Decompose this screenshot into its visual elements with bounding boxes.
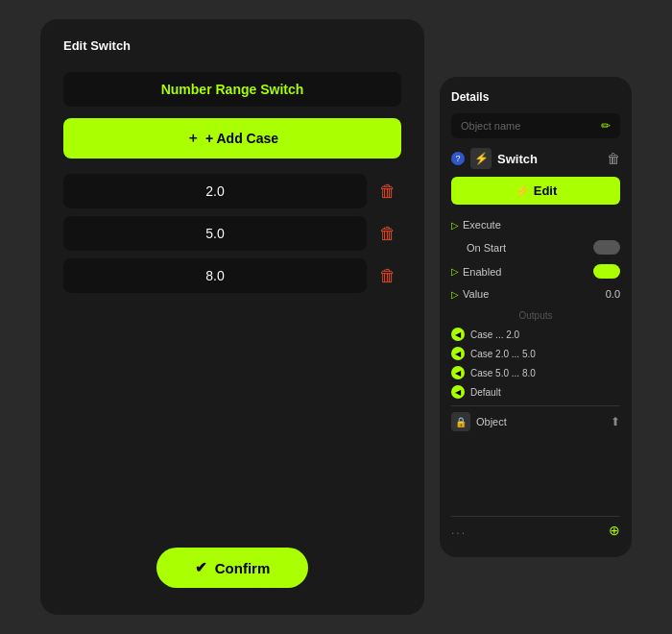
on-start-row: On Start — [451, 235, 620, 259]
output-label-3: Case 5.0 ... 8.0 — [470, 368, 536, 378]
output-arrow-icon-3: ◀ — [451, 366, 465, 379]
confirm-button[interactable]: ✔ Confirm — [156, 548, 309, 588]
table-row: 🗑 — [63, 258, 401, 293]
edit-label: Edit — [534, 183, 558, 198]
delete-case-1-button[interactable]: 🗑 — [374, 178, 401, 205]
edit-button[interactable]: ⚡ Edit — [451, 177, 620, 205]
export-icon[interactable]: ⬆ — [611, 415, 620, 428]
value-label: Value — [463, 288, 602, 300]
switch-name-display: Number Range Switch — [63, 72, 401, 107]
enabled-label: Enabled — [463, 266, 589, 278]
checkmark-icon: ✔ — [195, 559, 207, 576]
edit-bolt-icon: ⚡ — [515, 183, 530, 198]
output-arrow-icon-2: ◀ — [451, 347, 465, 360]
output-label-1: Case ... 2.0 — [470, 329, 519, 340]
execute-arrow-icon: ▷ — [451, 220, 459, 231]
crosshair-icon[interactable]: ⊕ — [609, 523, 620, 538]
value-display: 0.0 — [606, 288, 620, 300]
value-row: ▷ Value 0.0 — [451, 283, 620, 305]
object-name-row[interactable]: Object name ✏ — [451, 113, 620, 138]
on-start-label: On Start — [451, 242, 589, 254]
output-arrow-icon-1: ◀ — [451, 328, 465, 341]
case-input-2[interactable] — [63, 216, 367, 251]
object-row: 🔒 Object ⬆ — [451, 405, 620, 437]
add-case-label: + Add Case — [205, 131, 278, 146]
cases-list: 🗑 🗑 🗑 — [63, 174, 401, 293]
object-label: Object — [476, 416, 605, 427]
plus-icon: ＋ — [186, 130, 200, 147]
object-name-placeholder: Object name — [461, 120, 520, 132]
delete-case-2-button[interactable]: 🗑 — [374, 220, 401, 247]
enabled-toggle[interactable] — [593, 264, 620, 279]
value-arrow-icon: ▷ — [451, 289, 459, 300]
details-panel: Details Object name ✏ ? ⚡ Switch 🗑 ⚡ Edi… — [440, 77, 632, 557]
edit-switch-panel: Edit Switch Number Range Switch ＋ + Add … — [40, 19, 424, 615]
add-case-button[interactable]: ＋ + Add Case — [63, 118, 401, 158]
table-row: 🗑 — [63, 216, 401, 251]
output-row-default: ◀ Default — [451, 382, 620, 402]
switch-node-icon: ⚡ — [470, 148, 492, 169]
outputs-label: Outputs — [451, 310, 620, 321]
output-label-default: Default — [470, 387, 501, 398]
output-row-3: ◀ Case 5.0 ... 8.0 — [451, 363, 620, 382]
trash-icon[interactable]: 🗑 — [607, 151, 620, 166]
enabled-row: ▷ Enabled — [451, 259, 620, 283]
output-arrow-icon-default: ◀ — [451, 385, 465, 399]
help-badge: ? — [451, 152, 465, 165]
table-row: 🗑 — [63, 174, 401, 208]
case-input-3[interactable] — [63, 258, 367, 293]
on-start-toggle[interactable] — [593, 240, 620, 255]
output-row-2: ◀ Case 2.0 ... 5.0 — [451, 344, 620, 363]
enabled-arrow-icon: ▷ — [451, 266, 459, 277]
more-dots[interactable]: ... — [451, 524, 467, 537]
details-title: Details — [451, 90, 620, 104]
delete-case-3-button[interactable]: 🗑 — [374, 262, 401, 289]
execute-label: Execute — [463, 219, 620, 231]
switch-label: Switch — [497, 152, 601, 166]
switch-title-row: ? ⚡ Switch 🗑 — [451, 148, 620, 169]
object-icon: 🔒 — [451, 412, 470, 431]
edit-pencil-icon[interactable]: ✏ — [601, 119, 611, 133]
execute-row: ▷ Execute — [451, 214, 620, 235]
output-label-2: Case 2.0 ... 5.0 — [470, 349, 536, 359]
case-input-1[interactable] — [63, 174, 367, 208]
panel-title: Edit Switch — [63, 38, 131, 53]
bottom-row: ... ⊕ — [451, 516, 620, 544]
output-row-1: ◀ Case ... 2.0 — [451, 325, 620, 344]
confirm-label: Confirm — [215, 560, 271, 576]
